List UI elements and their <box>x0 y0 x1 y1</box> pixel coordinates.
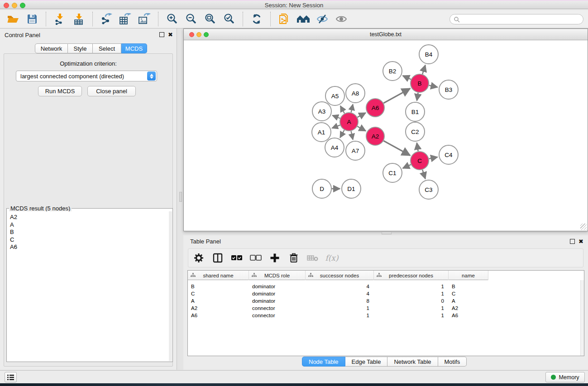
graph-node-B3[interactable]: B3 <box>439 80 458 99</box>
close-panel-icon[interactable]: ✖ <box>168 31 173 38</box>
hide-panel-button[interactable] <box>314 11 330 27</box>
graph-node-A2[interactable]: A2 <box>366 127 384 145</box>
select-all-button[interactable] <box>231 252 243 264</box>
graph-edge-A-A6[interactable] <box>358 113 366 117</box>
graph-edge-C-C3[interactable] <box>422 170 425 179</box>
tab-node-table[interactable]: Node Table <box>302 357 345 367</box>
graph-node-B4[interactable]: B4 <box>419 45 438 64</box>
graph-node-C2[interactable]: C2 <box>406 122 425 141</box>
graph-edge-A-A2[interactable] <box>357 126 366 131</box>
graph-node-B1[interactable]: B1 <box>406 102 425 121</box>
graph-node-A5[interactable]: A5 <box>325 86 344 105</box>
memory-button[interactable]: Memory <box>545 372 585 382</box>
table-scrollbar[interactable] <box>580 280 584 356</box>
tab-edge-table[interactable]: Edge Table <box>345 357 388 367</box>
graph-edge-B-B4[interactable] <box>422 65 425 74</box>
new-network-from-file-button[interactable] <box>276 11 292 27</box>
export-image-button[interactable] <box>136 11 153 27</box>
graph-node-D1[interactable]: D1 <box>342 179 361 198</box>
open-session-button[interactable] <box>5 11 21 27</box>
graph-node-A8[interactable]: A8 <box>346 84 365 103</box>
graph-node-A1[interactable]: A1 <box>312 123 331 142</box>
column-header-name[interactable]: name <box>449 271 488 280</box>
zoom-in-button[interactable] <box>164 11 180 27</box>
graph-node-C[interactable]: C <box>411 152 429 170</box>
search-input[interactable] <box>460 15 583 24</box>
close-panel-button[interactable]: Close panel <box>87 86 136 96</box>
table-row[interactable]: Bdominator41B <box>188 283 584 290</box>
table-row[interactable]: A2connector11A2 <box>188 305 584 312</box>
zoom-fit-button[interactable] <box>202 11 218 27</box>
graph-edge-C-C2[interactable] <box>417 143 418 152</box>
network-canvas[interactable]: B4B2BB3A5A8A6A3B1AA1C2A2A4A7C4CC1C3DD1 <box>184 40 588 231</box>
home-button[interactable] <box>295 11 311 27</box>
mcds-result-item[interactable]: A2 <box>10 214 169 221</box>
graph-node-B[interactable]: B <box>411 74 429 92</box>
deselect-all-button[interactable] <box>250 252 262 264</box>
graph-node-A4[interactable]: A4 <box>325 138 344 157</box>
graph-edge-B-B1[interactable] <box>417 93 418 101</box>
graph-node-C1[interactable]: C1 <box>383 163 402 182</box>
column-header-mcds-role[interactable]: MCDS role <box>249 271 306 280</box>
graph-edge-C-C1[interactable] <box>403 165 411 168</box>
add-column-button[interactable] <box>269 252 281 264</box>
show-task-history-button[interactable] <box>5 372 17 382</box>
column-header-successor-nodes[interactable]: successor nodes <box>306 271 374 280</box>
show-panel-button[interactable] <box>333 11 349 27</box>
import-table-button[interactable] <box>71 11 87 27</box>
tab-network[interactable]: Network <box>35 43 68 53</box>
graph-edge-A-A7[interactable] <box>351 131 353 140</box>
graph-edge-A6-B[interactable] <box>383 89 410 103</box>
float-panel-icon[interactable] <box>159 32 164 37</box>
mcds-result-scrollbar[interactable] <box>169 211 172 361</box>
delete-column-button[interactable] <box>288 252 300 264</box>
tab-select[interactable]: Select <box>93 43 121 53</box>
refresh-button[interactable] <box>249 11 265 27</box>
window-resize-grip[interactable] <box>580 224 587 230</box>
tab-style[interactable]: Style <box>68 43 93 53</box>
network-window-titlebar[interactable]: testGlobe.txt <box>184 29 588 40</box>
tab-motifs[interactable]: Motifs <box>438 357 467 367</box>
splitter-handle-vertical[interactable] <box>179 192 182 202</box>
table-row[interactable]: Adominator80A <box>188 297 584 305</box>
column-header-shared-name[interactable]: shared name <box>188 271 249 280</box>
mcds-result-item[interactable]: A <box>10 221 169 229</box>
graph-node-C3[interactable]: C3 <box>419 180 438 199</box>
graph-node-B2[interactable]: B2 <box>383 62 402 81</box>
delete-table-button[interactable] <box>307 252 319 264</box>
column-header-predecessor-nodes[interactable]: predecessor nodes <box>374 271 449 280</box>
splitter-handle-horizontal[interactable] <box>382 232 392 234</box>
save-session-button[interactable] <box>24 11 40 27</box>
float-table-panel-icon[interactable] <box>570 239 575 244</box>
export-network-button[interactable] <box>98 11 115 27</box>
table-row[interactable]: Cdominator41C <box>188 290 584 297</box>
graph-node-A3[interactable]: A3 <box>312 102 331 121</box>
graph-node-D[interactable]: D <box>312 179 331 198</box>
graph-node-C4[interactable]: C4 <box>439 145 458 164</box>
mcds-result-item[interactable]: C <box>10 236 169 244</box>
mcds-result-item[interactable]: A6 <box>10 243 169 251</box>
column-visibility-button[interactable] <box>212 252 224 264</box>
import-network-button[interactable] <box>52 11 68 27</box>
graph-edge-A-A3[interactable] <box>332 115 340 119</box>
zoom-selected-button[interactable] <box>221 11 237 27</box>
graph-edge-A2-C[interactable] <box>383 141 410 155</box>
graph-node-A7[interactable]: A7 <box>346 141 365 160</box>
criterion-dropdown[interactable]: largest connected component (directed) <box>16 71 157 81</box>
graph-node-A6[interactable]: A6 <box>366 99 384 117</box>
close-table-panel-icon[interactable]: ✖ <box>578 238 583 245</box>
tab-network-table[interactable]: Network Table <box>387 357 438 367</box>
graph-edge-A-A4[interactable] <box>340 130 344 138</box>
tab-mcds[interactable]: MCDS <box>121 43 147 53</box>
graph-edge-A-A5[interactable] <box>340 106 344 114</box>
run-mcds-button[interactable]: Run MCDS <box>38 86 82 96</box>
graph-edge-B-B3[interactable] <box>429 85 438 87</box>
graph-edge-B-B2[interactable] <box>403 76 411 79</box>
export-table-button[interactable] <box>117 11 134 27</box>
graph-edge-A-A1[interactable] <box>332 125 340 128</box>
zoom-out-button[interactable] <box>183 11 199 27</box>
graph-edge-A-A8[interactable] <box>351 104 353 112</box>
settings-gear-button[interactable] <box>193 252 205 264</box>
table-row[interactable]: A6connector11A6 <box>188 312 584 319</box>
function-builder-button[interactable]: f(x) <box>326 252 338 264</box>
